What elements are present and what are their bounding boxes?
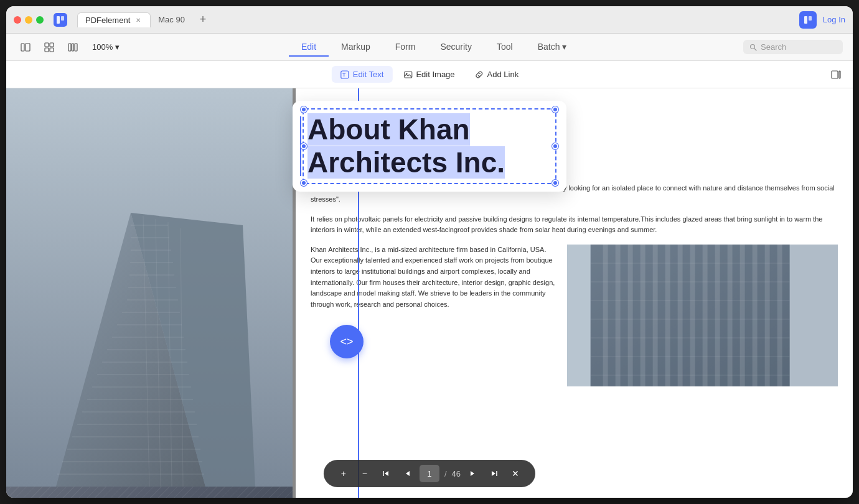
- main-window: PDFelement ✕ Mac 90 + Log In: [6, 6, 853, 498]
- svg-rect-0: [57, 16, 60, 24]
- tab-bar: PDFelement ✕ Mac 90 +: [77, 12, 794, 28]
- text-selection-box[interactable]: About Khan Architects Inc.: [293, 101, 566, 192]
- svg-rect-54: [615, 245, 620, 386]
- tab-batch[interactable]: Batch ▾: [525, 38, 580, 57]
- last-page-button[interactable]: [486, 465, 503, 482]
- svg-rect-11: [72, 44, 74, 51]
- svg-rect-75: [567, 245, 591, 386]
- svg-rect-10: [68, 44, 71, 51]
- zoom-in-button[interactable]: +: [335, 465, 352, 482]
- svg-rect-55: [627, 245, 632, 386]
- content-area: About Khan Architects Inc. <>: [6, 88, 853, 498]
- titlebar-right: Log In: [799, 11, 845, 29]
- app-icon: [54, 13, 67, 27]
- add-link-label: Add Link: [487, 70, 519, 79]
- zoom-chevron: ▾: [115, 42, 120, 52]
- close-nav-button[interactable]: ✕: [507, 465, 524, 482]
- close-button[interactable]: [14, 16, 21, 24]
- panel-toggle-button[interactable]: [827, 65, 845, 84]
- grid-view-button[interactable]: [40, 38, 59, 57]
- tab-edit[interactable]: Edit: [289, 38, 329, 57]
- svg-rect-8: [45, 48, 49, 52]
- next-page-button[interactable]: [464, 465, 482, 482]
- add-link-button[interactable]: Add Link: [466, 66, 528, 83]
- edit-image-button[interactable]: Edit Image: [395, 66, 463, 83]
- selected-text-container: About Khan Architects Inc.: [307, 113, 552, 179]
- search-input[interactable]: [761, 42, 835, 52]
- ai-badge[interactable]: [799, 11, 817, 29]
- edit-image-label: Edit Image: [416, 70, 454, 79]
- svg-rect-3: [809, 16, 812, 21]
- minimize-button[interactable]: [25, 16, 32, 24]
- page-total: 46: [452, 469, 461, 478]
- tab-close-button[interactable]: ✕: [134, 16, 143, 24]
- selected-text-line2: Architects Inc.: [307, 146, 505, 179]
- tab-label: PDFelement: [85, 16, 130, 25]
- traffic-lights: [14, 16, 44, 24]
- svg-rect-59: [677, 245, 682, 386]
- svg-marker-79: [406, 471, 410, 476]
- pdf-page: About Khan Architects Inc. <>: [6, 88, 853, 498]
- sidebar-icon: [21, 42, 31, 52]
- tab-form[interactable]: Form: [383, 38, 428, 57]
- handle-mr: [552, 143, 558, 149]
- svg-rect-65: [752, 245, 757, 386]
- svg-rect-64: [739, 245, 744, 386]
- svg-marker-80: [471, 471, 474, 476]
- handle-tr: [552, 106, 558, 113]
- prev-page-button[interactable]: [398, 465, 416, 482]
- edit-text-button[interactable]: T Edit Text: [332, 66, 393, 83]
- svg-rect-4: [21, 44, 24, 51]
- main-toolbar: 100% ▾ Edit Markup Form Security Tool Ba…: [6, 34, 853, 61]
- toolbar-left: 100% ▾: [16, 38, 124, 57]
- edit-toolbar-right: [827, 65, 845, 84]
- svg-rect-9: [50, 48, 54, 52]
- svg-rect-5: [26, 44, 30, 51]
- svg-rect-1: [61, 16, 64, 21]
- text-icon: T: [340, 70, 349, 79]
- handle-br: [552, 180, 558, 186]
- svg-rect-56: [640, 245, 645, 386]
- embed-button[interactable]: <>: [330, 325, 364, 358]
- svg-marker-82: [492, 471, 495, 476]
- selected-text: About Khan Architects Inc.: [307, 113, 552, 179]
- first-page-button[interactable]: [377, 465, 395, 482]
- titlebar: PDFelement ✕ Mac 90 + Log In: [6, 6, 853, 34]
- pdf-tab[interactable]: PDFelement ✕: [77, 12, 151, 27]
- handle-tl: [301, 106, 307, 113]
- zoom-out-button[interactable]: −: [356, 465, 373, 482]
- svg-rect-61: [702, 245, 707, 386]
- svg-rect-60: [690, 245, 695, 386]
- sidebar-toggle-button[interactable]: [16, 38, 35, 57]
- maximize-button[interactable]: [36, 16, 44, 24]
- svg-rect-76: [789, 245, 838, 386]
- new-tab-button[interactable]: +: [195, 12, 211, 28]
- search-box[interactable]: [743, 40, 843, 54]
- search-icon: [749, 44, 757, 51]
- page-separator: /: [443, 469, 448, 478]
- tab-tool[interactable]: Tool: [484, 38, 525, 57]
- text-cursor: [300, 116, 301, 176]
- page-number-input[interactable]: 1: [420, 465, 439, 482]
- edit-toolbar: T Edit Text Edit Image Add Link: [6, 61, 853, 88]
- image-icon: [403, 70, 412, 79]
- columns-view-button[interactable]: [63, 38, 82, 57]
- svg-rect-2: [804, 16, 807, 24]
- svg-rect-63: [727, 245, 732, 386]
- svg-rect-57: [652, 245, 657, 386]
- zoom-control[interactable]: 100% ▾: [87, 40, 124, 54]
- body-text-2: It relies on photovoltaic panels for ele…: [311, 214, 838, 236]
- login-button[interactable]: Log In: [823, 15, 845, 24]
- page-controls: + − 1 / 46 ✕: [324, 460, 535, 487]
- edit-tools: T Edit Text Edit Image Add Link: [332, 66, 527, 83]
- svg-rect-20: [839, 71, 840, 78]
- tab-markup[interactable]: Markup: [329, 38, 383, 57]
- tab-security[interactable]: Security: [428, 38, 484, 57]
- left-photo: [6, 88, 293, 498]
- secondary-tab[interactable]: Mac 90: [151, 12, 192, 27]
- link-icon: [475, 70, 484, 79]
- right-image: [567, 245, 838, 386]
- bottom-nav: + − 1 / 46 ✕: [324, 455, 535, 492]
- columns-icon: [68, 42, 78, 52]
- svg-rect-62: [715, 245, 720, 386]
